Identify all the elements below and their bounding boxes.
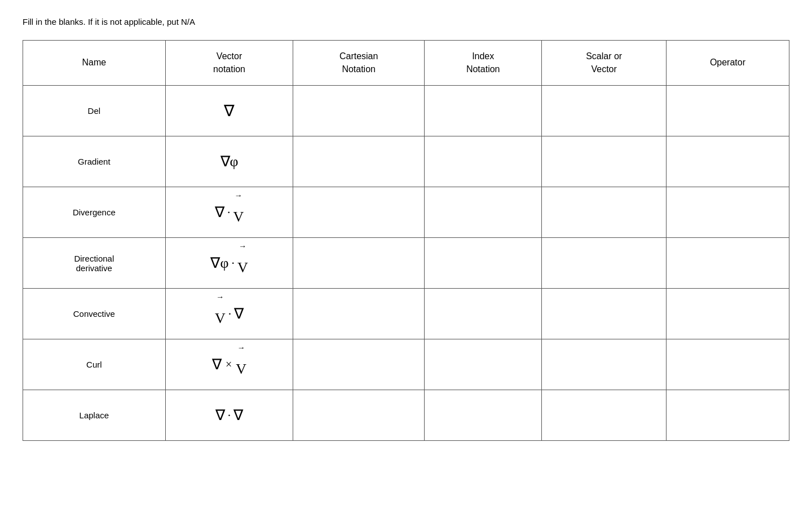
index-laplace — [424, 390, 541, 441]
row-name-curl: Curl — [23, 339, 166, 390]
vector-notation-divergence: ∇ · V — [165, 187, 293, 238]
scalar-vector-laplace — [542, 390, 666, 441]
vector-notation-del: ∇ — [165, 86, 293, 136]
index-divergence — [424, 187, 541, 238]
instruction-text: Fill in the blanks. If it is not applica… — [23, 17, 789, 26]
cartesian-convective — [293, 289, 425, 339]
table-row: Convective V · ∇ — [23, 289, 789, 339]
index-convective — [424, 289, 541, 339]
table-row: Gradient ∇φ — [23, 136, 789, 187]
scalar-vector-divergence — [542, 187, 666, 238]
operator-gradient — [666, 136, 789, 187]
vector-notation-gradient: ∇φ — [165, 136, 293, 187]
col-header-cartesian-notation: CartesianNotation — [293, 41, 425, 86]
index-directional — [424, 238, 541, 289]
table-row: Divergence ∇ · V — [23, 187, 789, 238]
vector-notation-directional: ∇φ · V — [165, 238, 293, 289]
row-name-laplace: Laplace — [23, 390, 166, 441]
operator-divergence — [666, 187, 789, 238]
scalar-vector-directional — [542, 238, 666, 289]
row-name-del: Del — [23, 86, 166, 136]
cartesian-del — [293, 86, 425, 136]
index-del — [424, 86, 541, 136]
col-header-index-notation: IndexNotation — [424, 41, 541, 86]
col-header-vector-notation: Vectornotation — [165, 41, 293, 86]
main-table-container: Name Vectornotation CartesianNotation In… — [23, 40, 789, 441]
operator-directional — [666, 238, 789, 289]
cartesian-divergence — [293, 187, 425, 238]
table-row: Del ∇ — [23, 86, 789, 136]
row-name-gradient: Gradient — [23, 136, 166, 187]
operator-laplace — [666, 390, 789, 441]
index-curl — [424, 339, 541, 390]
vector-notation-convective: V · ∇ — [165, 289, 293, 339]
scalar-vector-convective — [542, 289, 666, 339]
vector-notation-laplace: ∇ · ∇ — [165, 390, 293, 441]
table-row: Laplace ∇ · ∇ — [23, 390, 789, 441]
table-row: Curl ∇ × V — [23, 339, 789, 390]
cartesian-laplace — [293, 390, 425, 441]
col-header-name: Name — [23, 41, 166, 86]
cartesian-directional — [293, 238, 425, 289]
table-row: Directionalderivative ∇φ · V — [23, 238, 789, 289]
header-row: Name Vectornotation CartesianNotation In… — [23, 41, 789, 86]
operator-del — [666, 86, 789, 136]
notation-table: Name Vectornotation CartesianNotation In… — [23, 40, 789, 441]
col-header-scalar-or-vector: Scalar orVector — [542, 41, 666, 86]
row-name-convective: Convective — [23, 289, 166, 339]
operator-convective — [666, 289, 789, 339]
row-name-directional-derivative: Directionalderivative — [23, 238, 166, 289]
scalar-vector-del — [542, 86, 666, 136]
cartesian-curl — [293, 339, 425, 390]
col-header-operator: Operator — [666, 41, 789, 86]
operator-curl — [666, 339, 789, 390]
vector-notation-curl: ∇ × V — [165, 339, 293, 390]
scalar-vector-curl — [542, 339, 666, 390]
row-name-divergence: Divergence — [23, 187, 166, 238]
scalar-vector-gradient — [542, 136, 666, 187]
cartesian-gradient — [293, 136, 425, 187]
index-gradient — [424, 136, 541, 187]
